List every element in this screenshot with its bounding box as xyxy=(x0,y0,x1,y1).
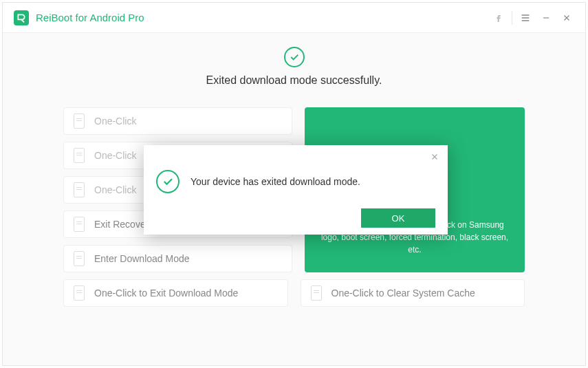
main-content: Exited download mode successfully. One-C… xyxy=(3,33,585,365)
option-clear-system-cache[interactable]: One-Click to Clear System Cache xyxy=(301,279,525,307)
menu-icon[interactable] xyxy=(515,8,536,28)
option-label: One-Click xyxy=(94,150,136,161)
option-enter-download-mode[interactable]: Enter Download Mode xyxy=(63,245,292,272)
option-label: Enter Download Mode xyxy=(94,253,190,264)
option-exit-download-mode[interactable]: One-Click to Exit Download Mode xyxy=(63,279,288,307)
modal-dialog: Your device has exited download mode. OK xyxy=(144,145,448,235)
option-label: One-Click to Exit Download Mode xyxy=(94,288,238,299)
facebook-icon[interactable] xyxy=(488,8,509,28)
option-label: One-Click xyxy=(94,184,136,195)
close-button[interactable] xyxy=(556,8,577,28)
dialog-ok-button[interactable]: OK xyxy=(361,208,435,228)
titlebar: ReiBoot for Android Pro xyxy=(3,3,585,33)
device-icon xyxy=(74,217,85,232)
status-area: Exited download mode successfully. xyxy=(3,47,585,87)
success-check-icon xyxy=(284,47,305,67)
option-one-click-1[interactable]: One-Click xyxy=(63,107,292,135)
app-logo-icon xyxy=(14,10,29,25)
option-label: One-Click to Clear System Cache xyxy=(331,288,475,299)
app-window: ReiBoot for Android Pro Exited download … xyxy=(2,2,586,366)
device-icon xyxy=(74,285,85,301)
dialog-close-icon[interactable] xyxy=(430,152,439,164)
dialog-message: Your device has exited download mode. xyxy=(190,176,360,187)
device-icon xyxy=(74,148,85,163)
app-title: ReiBoot for Android Pro xyxy=(36,12,144,23)
option-label: One-Click xyxy=(94,116,136,127)
device-icon xyxy=(74,182,85,197)
device-icon xyxy=(311,285,322,301)
dialog-check-icon xyxy=(156,170,179,193)
titlebar-divider xyxy=(512,11,512,25)
bottom-row: One-Click to Exit Download Mode One-Clic… xyxy=(63,279,525,307)
device-icon xyxy=(74,251,85,266)
status-message: Exited download mode successfully. xyxy=(3,74,585,87)
device-icon xyxy=(74,113,85,129)
minimize-button[interactable] xyxy=(536,8,556,28)
